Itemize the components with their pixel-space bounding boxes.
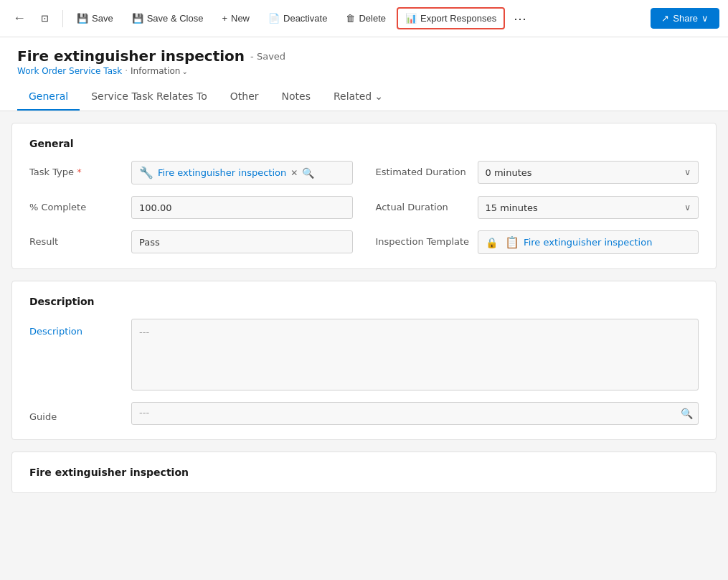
tab-related[interactable]: Related ⌄ (322, 83, 394, 111)
actual-duration-value: 15 minutes ∨ (478, 196, 699, 219)
task-type-row: Task Type 🔧 Fire extinguisher inspection… (29, 161, 353, 184)
general-form-grid: Task Type 🔧 Fire extinguisher inspection… (29, 161, 699, 254)
new-icon: + (222, 13, 227, 24)
save-button[interactable]: 💾 Save (69, 8, 121, 29)
saved-badge: - Saved (250, 51, 285, 62)
result-input[interactable]: Pass (131, 230, 353, 253)
tab-other[interactable]: Other (219, 83, 270, 111)
actual-duration-chevron-icon: ∨ (684, 202, 691, 212)
inspection-template-doc-icon: 📋 (505, 235, 519, 249)
main-content: General Task Type 🔧 Fire extinguisher in… (0, 111, 728, 505)
tab-notes[interactable]: Notes (270, 83, 322, 111)
bottom-card-title: Fire extinguisher inspection (29, 467, 699, 478)
more-icon: ⋯ (514, 11, 526, 26)
estimated-duration-chevron-icon: ∨ (684, 167, 691, 177)
new-button[interactable]: + New (214, 8, 257, 29)
tab-service-task-relates-to[interactable]: Service Task Relates To (80, 83, 219, 111)
estimated-duration-row: Estimated Duration 0 minutes ∨ (376, 161, 699, 184)
description-label: Description (29, 319, 123, 337)
save-close-icon: 💾 (132, 13, 143, 24)
inspection-template-link[interactable]: Fire extinguisher inspection (524, 237, 652, 248)
back-button[interactable]: ← (9, 6, 30, 30)
record-title: Fire extinguisher inspection - Saved (17, 47, 711, 65)
description-section-title: Description (29, 296, 699, 307)
tab-general[interactable]: General (17, 83, 80, 111)
header-section: Fire extinguisher inspection - Saved Wor… (0, 37, 728, 111)
inspection-template-row: Inspection Template 🔒 📋 Fire extinguishe… (376, 230, 699, 254)
deactivate-button[interactable]: 📄 Deactivate (260, 8, 335, 29)
related-chevron-icon: ⌄ (374, 90, 383, 102)
result-row: Result Pass (29, 230, 353, 254)
description-row: Description --- (29, 319, 699, 390)
estimated-duration-label: Estimated Duration (376, 161, 469, 177)
toolbar: ← ⊡ 💾 Save 💾 Save & Close + New 📄 Deacti… (0, 0, 728, 37)
toolbar-separator-1 (62, 10, 63, 27)
task-type-search-icon[interactable]: 🔍 (302, 167, 314, 179)
estimated-duration-value: 0 minutes ∨ (478, 161, 699, 184)
task-type-input[interactable]: 🔧 Fire extinguisher inspection ✕ 🔍 (131, 161, 353, 184)
task-type-value: 🔧 Fire extinguisher inspection ✕ 🔍 (131, 161, 353, 184)
guide-input[interactable]: --- (131, 402, 699, 425)
general-card: General Task Type 🔧 Fire extinguisher in… (11, 123, 717, 269)
inspection-template-value: 🔒 📋 Fire extinguisher inspection (478, 230, 699, 254)
export-icon: 📊 (405, 13, 417, 24)
guide-label: Guide (29, 406, 123, 422)
export-responses-button[interactable]: 📊 Export Responses (397, 7, 505, 29)
actual-duration-dropdown[interactable]: 15 minutes ∨ (478, 196, 699, 219)
window-restore-button[interactable]: ⊡ (33, 8, 57, 29)
actual-duration-label: Actual Duration (376, 196, 469, 212)
actual-duration-row: Actual Duration 15 minutes ∨ (376, 196, 699, 219)
task-type-clear-icon[interactable]: ✕ (290, 168, 298, 178)
inspection-template-input: 🔒 📋 Fire extinguisher inspection (478, 230, 699, 254)
share-icon: ↗ (661, 13, 669, 24)
guide-search-icon[interactable]: 🔍 (681, 408, 693, 419)
breadcrumb-chevron-icon: ⌄ (181, 67, 187, 75)
percent-complete-row: % Complete 100.00 (29, 196, 353, 219)
deactivate-icon: 📄 (268, 13, 280, 24)
breadcrumb: Work Order Service Task · Information ⌄ (17, 66, 711, 76)
general-section-title: General (29, 138, 699, 149)
breadcrumb-separator: · (125, 66, 128, 76)
description-value: --- (131, 319, 699, 390)
percent-complete-label: % Complete (29, 196, 123, 212)
more-options-button[interactable]: ⋯ (508, 6, 532, 31)
description-card: Description Description --- Guide --- 🔍 (11, 281, 717, 440)
window-restore-icon: ⊡ (41, 13, 49, 24)
share-button[interactable]: ↗ Share ∨ (651, 8, 719, 29)
tabs: General Service Task Relates To Other No… (17, 83, 711, 111)
task-type-link[interactable]: Fire extinguisher inspection (158, 167, 286, 178)
breadcrumb-work-order[interactable]: Work Order Service Task (17, 66, 122, 76)
result-label: Result (29, 230, 123, 247)
task-type-label: Task Type (29, 161, 123, 177)
guide-row: Guide --- 🔍 (29, 402, 699, 425)
share-chevron-icon: ∨ (701, 13, 709, 24)
percent-complete-value: 100.00 (131, 196, 353, 219)
delete-icon: 🗑 (346, 13, 355, 24)
delete-button[interactable]: 🗑 Delete (338, 8, 394, 29)
description-textarea[interactable]: --- (131, 319, 699, 390)
inspection-template-label: Inspection Template (376, 230, 470, 247)
result-value: Pass (131, 230, 353, 253)
lock-icon: 🔒 (486, 237, 498, 248)
breadcrumb-information-dropdown[interactable]: Information ⌄ (131, 66, 188, 76)
estimated-duration-dropdown[interactable]: 0 minutes ∨ (478, 161, 699, 184)
task-type-icon: 🔧 (139, 166, 153, 179)
guide-input-wrap: --- 🔍 (131, 402, 699, 425)
bottom-card: Fire extinguisher inspection (11, 452, 717, 493)
title-text: Fire extinguisher inspection (17, 47, 245, 65)
save-icon: 💾 (77, 13, 88, 24)
percent-complete-input[interactable]: 100.00 (131, 196, 353, 219)
save-close-button[interactable]: 💾 Save & Close (124, 8, 212, 29)
